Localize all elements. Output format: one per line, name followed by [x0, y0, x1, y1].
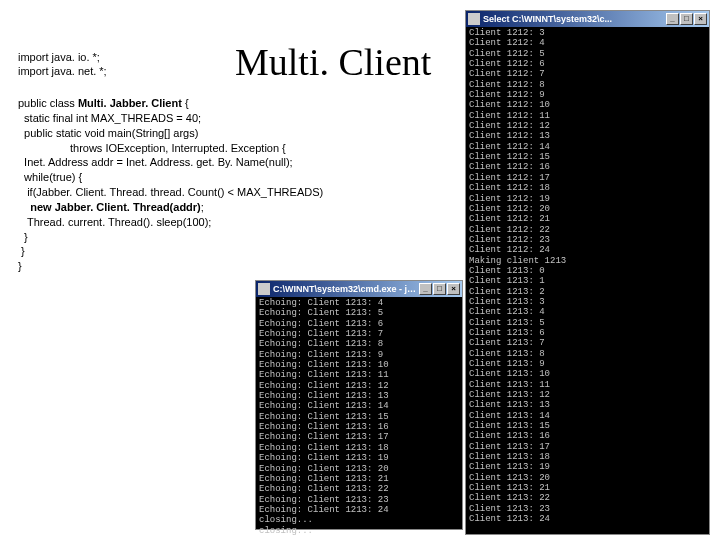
code-line: Inet. Address addr = Inet. Address. get.… — [18, 155, 323, 170]
maximize-button[interactable]: □ — [680, 13, 693, 25]
console-body: Client 1212: 3 Client 1212: 4 Client 121… — [466, 27, 709, 526]
code-line: static final int MAX_THREADS = 40; — [18, 111, 323, 126]
slide-title: Multi. Client — [235, 40, 431, 84]
window-buttons: _ □ × — [666, 13, 707, 25]
code-line: } — [18, 259, 323, 274]
code-line: Thread. current. Thread(). sleep(100); — [18, 215, 323, 230]
code-line: } — [18, 230, 323, 245]
code-line: public class Multi. Jabber. Client { — [18, 96, 323, 111]
minimize-button[interactable]: _ — [666, 13, 679, 25]
window-title: C:\WINNT\system32\cmd.exe - ja... — [273, 284, 419, 294]
console-window-select: Select C:\WINNT\system32\c... _ □ × Clie… — [465, 10, 710, 535]
close-button[interactable]: × — [447, 283, 460, 295]
window-title: Select C:\WINNT\system32\c... — [483, 14, 666, 24]
minimize-button[interactable]: _ — [419, 283, 432, 295]
console-window-cmd: C:\WINNT\system32\cmd.exe - ja... _ □ × … — [255, 280, 463, 530]
code-line: if(Jabber. Client. Thread. thread. Count… — [18, 185, 323, 200]
code-block: public class Multi. Jabber. Client { sta… — [18, 96, 323, 274]
console-body: Echoing: Client 1213: 4 Echoing: Client … — [256, 297, 462, 537]
code-line: while(true) { — [18, 170, 323, 185]
app-icon — [468, 13, 480, 25]
titlebar[interactable]: C:\WINNT\system32\cmd.exe - ja... _ □ × — [256, 281, 462, 297]
code-line: public static void main(String[] args) — [18, 126, 323, 141]
app-icon — [258, 283, 270, 295]
titlebar[interactable]: Select C:\WINNT\system32\c... _ □ × — [466, 11, 709, 27]
close-button[interactable]: × — [694, 13, 707, 25]
code-line: } — [18, 244, 323, 259]
window-buttons: _ □ × — [419, 283, 460, 295]
maximize-button[interactable]: □ — [433, 283, 446, 295]
code-line: new Jabber. Client. Thread(addr); — [18, 200, 323, 215]
code-line: throws IOException, Interrupted. Excepti… — [18, 141, 323, 156]
